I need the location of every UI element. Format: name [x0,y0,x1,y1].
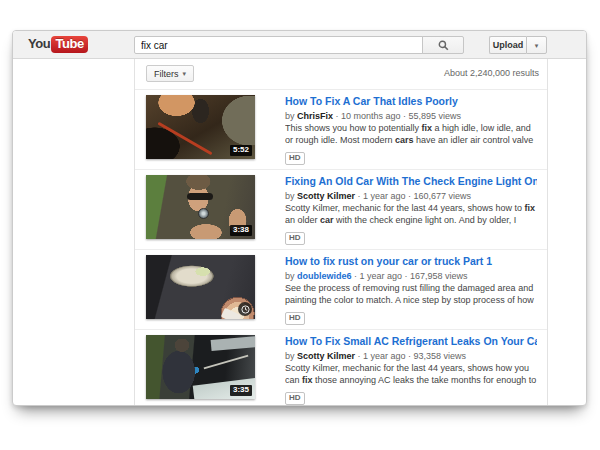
result-row: How to fix rust on your car or truck Par… [135,250,547,330]
meta-separator: · [355,191,363,201]
masthead: YouTube Upload ▾ [13,31,586,59]
author-link[interactable]: Scotty Kilmer [297,191,355,201]
browser-page: YouTube Upload ▾ Filters ▾ About 2,240,0… [12,30,587,406]
video-meta: by Scotty Kilmer · 1 year ago · 93,358 v… [285,350,537,362]
video-description: See the process of removing rust filling… [285,283,537,306]
video-description: This shows you how to potentially fix a … [285,123,537,146]
video-views: 167,958 views [410,271,468,281]
video-meta: by doublewide6 · 1 year ago · 167,958 vi… [285,270,537,282]
video-age: 1 year ago [360,271,403,281]
filters-label: Filters [154,69,179,79]
video-title-link[interactable]: Fixing An Old Car With The Check Engine … [285,175,537,188]
result-row: 3:38 Fixing An Old Car With The Check En… [135,170,547,250]
by-label: by [285,351,297,361]
duration-badge: 5:52 [230,145,252,156]
result-row: 3:35 How To Fix Small AC Refrigerant Lea… [135,330,547,406]
upload-button[interactable]: Upload [489,36,526,54]
video-thumbnail[interactable]: 3:38 [146,175,255,239]
video-title-link[interactable]: How To Fix Small AC Refrigerant Leaks On… [285,335,537,348]
meta-separator: · [406,191,414,201]
thumbnail-art [157,122,212,156]
video-meta: by ChrisFix · 10 months ago · 55,895 vie… [285,110,537,122]
search-icon [438,40,449,51]
video-age: 1 year ago [363,191,406,201]
logo-you-text: You [28,36,50,51]
result-text: How to fix rust on your car or truck Par… [285,255,537,325]
thumbnail-art [187,193,213,200]
upload-group: Upload ▾ [489,36,547,54]
by-label: by [285,271,297,281]
by-label: by [285,111,297,121]
watch-later-icon[interactable] [238,302,252,316]
logo-tube-text: Tube [51,36,88,53]
chevron-down-icon: ▾ [183,70,187,77]
author-link[interactable]: doublewide6 [297,271,352,281]
author-link[interactable]: Scotty Kilmer [297,351,355,361]
duration-badge: 3:35 [230,385,252,396]
search-input[interactable] [134,36,423,54]
meta-separator: · [406,351,414,361]
hd-badge: HD [285,152,305,165]
meta-separator: · [402,271,410,281]
search-button[interactable] [422,36,464,54]
chevron-down-icon: ▾ [535,42,539,49]
upload-caret-button[interactable]: ▾ [526,36,547,54]
thumbnail-art [204,355,249,370]
video-thumbnail[interactable]: 3:35 [146,335,255,399]
video-age: 10 months ago [341,111,401,121]
result-text: How To Fix Small AC Refrigerant Leaks On… [285,335,537,405]
hd-badge: HD [285,232,305,245]
hd-badge: HD [285,392,305,405]
video-views: 55,895 views [409,111,462,121]
meta-separator: · [352,271,360,281]
video-age: 1 year ago [363,351,406,361]
video-views: 93,358 views [414,351,467,361]
result-row: 5:52 How To Fix A Car That Idles Poorly … [135,90,547,170]
video-title-link[interactable]: How to fix rust on your car or truck Par… [285,255,537,268]
video-description: Scotty Kilmer, mechanic for the last 44 … [285,363,537,386]
video-views: 160,677 views [414,191,472,201]
youtube-logo[interactable]: YouTube [28,36,88,53]
thumbnail-art [198,208,209,219]
duration-badge: 3:38 [230,225,252,236]
by-label: by [285,191,297,201]
thumbnail-art [211,336,255,351]
video-thumbnail[interactable]: 5:52 [146,95,255,159]
hd-badge: HD [285,312,305,325]
meta-separator: · [333,111,341,121]
author-link[interactable]: ChrisFix [297,111,333,121]
video-title-link[interactable]: How To Fix A Car That Idles Poorly [285,95,537,108]
results-column: Filters ▾ About 2,240,000 results 5:52 H… [134,59,548,405]
result-text: How To Fix A Car That Idles Poorly by Ch… [285,95,537,165]
video-description: Scotty Kilmer, mechanic for the last 44 … [285,203,537,226]
video-thumbnail[interactable] [146,255,255,319]
results-toolbar: Filters ▾ About 2,240,000 results [135,59,547,90]
results-count: About 2,240,000 results [444,68,539,78]
video-meta: by Scotty Kilmer · 1 year ago · 160,677 … [285,190,537,202]
result-text: Fixing An Old Car With The Check Engine … [285,175,537,245]
meta-separator: · [401,111,409,121]
filters-button[interactable]: Filters ▾ [146,65,194,82]
meta-separator: · [355,351,363,361]
